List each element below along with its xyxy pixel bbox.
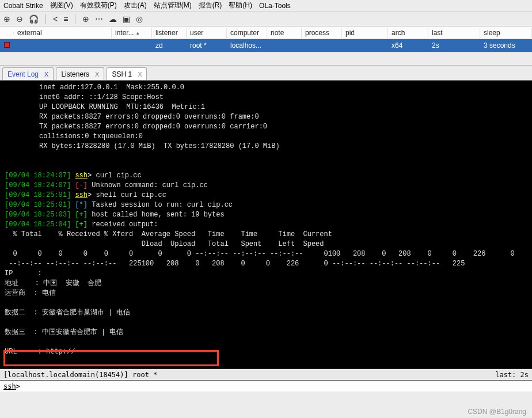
- error-tag: [-]: [75, 181, 88, 189]
- status-bar: [localhost.localdomain(18454)] root * la…: [0, 368, 532, 380]
- col-external-header[interactable]: external: [14, 28, 112, 38]
- col-internal-header[interactable]: inter...: [112, 28, 152, 38]
- isp-value: 电信: [42, 289, 56, 297]
- target-last: 2s: [428, 40, 480, 51]
- col-user-header[interactable]: user: [187, 28, 227, 38]
- tab-listeners[interactable]: Listeners X: [56, 67, 104, 80]
- status-left: [localhost.localdomain(18454)] root *: [3, 371, 157, 379]
- highlight-box: [3, 350, 219, 366]
- share-icon[interactable]: <: [53, 14, 58, 24]
- curl-progress-row: 0 0 0 0 0 0 0 0 --:--:-- --:--:-- --:--:…: [5, 250, 515, 258]
- tabs-row: Event Log X Listeners X SSH 1 X: [0, 66, 532, 81]
- prompt-bar[interactable]: ssh>: [0, 380, 532, 392]
- menu-attacks[interactable]: 攻击(A): [124, 1, 147, 10]
- close-icon[interactable]: X: [138, 71, 142, 78]
- close-icon[interactable]: X: [95, 71, 99, 78]
- prompt-sep: >: [16, 382, 20, 390]
- output-text: received output:: [88, 221, 158, 229]
- splitter-area[interactable]: [0, 52, 532, 66]
- command-text: shell curl cip.cc: [92, 191, 166, 199]
- output-text: Tasked session to run: curl cip.cc: [88, 201, 233, 209]
- data3-label: 数据三 :: [5, 328, 42, 336]
- col-arch-header[interactable]: arch: [388, 28, 428, 38]
- square-icon[interactable]: ▣: [123, 14, 130, 24]
- curl-progress-header: % Total % Received % Xferd Average Speed…: [5, 230, 332, 238]
- menu-payloads[interactable]: 有效载荷(P): [80, 1, 117, 10]
- target-computer: localhos...: [227, 40, 267, 51]
- cloud-icon[interactable]: ☁: [109, 14, 117, 24]
- addr-value: 中国 安徽 合肥: [43, 279, 101, 287]
- toolbar-separator: [75, 14, 75, 24]
- data2-value: 安徽省合肥市巢湖市 | 电信: [42, 309, 131, 317]
- targets-header: external inter... listener user computer…: [0, 26, 532, 39]
- beacon-icon: [4, 42, 10, 48]
- ifconfig-output: inet addr:127.0.0.1 Mask:255.0.0.0 inet6…: [5, 83, 527, 151]
- isp-label: 运营商 :: [5, 289, 42, 297]
- col-last-header[interactable]: last: [428, 28, 480, 38]
- col-sleep-header[interactable]: sleep: [480, 28, 532, 38]
- tab-label: Event Log: [7, 70, 39, 78]
- tab-label: Listeners: [61, 70, 89, 78]
- info-tag: [*]: [75, 201, 88, 209]
- col-pid-header[interactable]: pid: [342, 28, 388, 38]
- tab-ssh[interactable]: SSH 1 X: [107, 67, 147, 80]
- tab-event-log[interactable]: Event Log X: [2, 67, 54, 80]
- menu-report[interactable]: 报告(R): [199, 1, 222, 10]
- watermark: CSDN @B1g0rang: [468, 408, 526, 416]
- menu-ola-tools[interactable]: OLa-Tools: [259, 2, 291, 10]
- menu-bar: Cobalt Strike 视图(V) 有效载荷(P) 攻击(A) 站点管理(M…: [0, 0, 532, 12]
- command-text: curl cip.cc: [92, 172, 141, 180]
- curl-progress-row: --:--:-- --:--:-- --:--:-- 225100 208 0 …: [5, 260, 465, 268]
- target-icon[interactable]: ◎: [136, 14, 143, 24]
- target-user: root *: [187, 40, 227, 51]
- data2-label: 数据二 :: [5, 309, 42, 317]
- status-right: last: 2s: [495, 371, 529, 379]
- target-listener: zd: [152, 40, 187, 51]
- menu-view[interactable]: 视图(V): [50, 1, 73, 10]
- timestamp: [09/04 18:25:01]: [5, 191, 71, 199]
- col-process-header[interactable]: process: [302, 28, 342, 38]
- target-internal: [112, 44, 152, 47]
- minus-circle-icon[interactable]: ⊖: [16, 14, 23, 24]
- toolbar-separator: [45, 14, 46, 24]
- close-icon[interactable]: X: [44, 71, 48, 78]
- menu-cobaltstrike[interactable]: Cobalt Strike: [3, 2, 43, 10]
- target-sleep: 3 seconds: [480, 40, 532, 51]
- headset-icon[interactable]: 🎧: [29, 14, 39, 24]
- timestamp: [09/04 18:24:07]: [5, 181, 71, 189]
- success-tag: [+]: [75, 221, 88, 229]
- col-listener-header[interactable]: listener: [152, 28, 187, 38]
- curl-progress-header: Dload Upload Total Spent Left Speed: [5, 240, 324, 248]
- output-text: host called home, sent: 19 bytes: [88, 211, 225, 219]
- menu-sitemgmt[interactable]: 站点管理(M): [154, 1, 192, 10]
- timestamp: [09/04 18:25:01]: [5, 201, 71, 209]
- globe-icon[interactable]: ⊕: [82, 14, 89, 24]
- timestamp: [09/04 18:24:07]: [5, 172, 71, 180]
- col-note-header[interactable]: note: [267, 28, 302, 38]
- target-pid: [342, 44, 388, 47]
- kebab-icon[interactable]: ⋯: [95, 14, 103, 24]
- target-process: [302, 44, 342, 47]
- target-note: [267, 44, 302, 47]
- target-row[interactable]: zd root * localhos... x64 2s 3 seconds: [0, 39, 532, 52]
- menu-help[interactable]: 帮助(H): [229, 1, 252, 10]
- ip-label: IP :: [5, 269, 46, 278]
- toolbar: ⊕ ⊖ 🎧 < ≡ ⊕ ⋯ ☁ ▣ ◎: [0, 12, 532, 26]
- col-computer-header[interactable]: computer: [227, 28, 267, 38]
- timestamp: [09/04 18:25:04]: [5, 221, 71, 229]
- plus-icon[interactable]: ⊕: [3, 14, 10, 24]
- ssh-console[interactable]: inet addr:127.0.0.1 Mask:255.0.0.0 inet6…: [0, 81, 532, 368]
- output-text: Unknown command: curl cip.cc: [88, 181, 208, 189]
- prompt-label: ssh: [3, 382, 16, 390]
- addr-label: 地址 :: [5, 279, 43, 287]
- target-external: [14, 44, 112, 47]
- col-icon-header[interactable]: [0, 32, 14, 34]
- success-tag: [+]: [75, 211, 88, 219]
- timestamp: [09/04 18:25:03]: [5, 211, 71, 219]
- prompt-tag: ssh: [75, 172, 88, 180]
- prompt-tag: ssh: [75, 191, 88, 199]
- target-arch: x64: [388, 40, 428, 51]
- data3-value: 中国安徽省合肥市 | 电信: [42, 328, 124, 336]
- tab-label: SSH 1: [112, 70, 132, 78]
- list-icon[interactable]: ≡: [63, 14, 68, 24]
